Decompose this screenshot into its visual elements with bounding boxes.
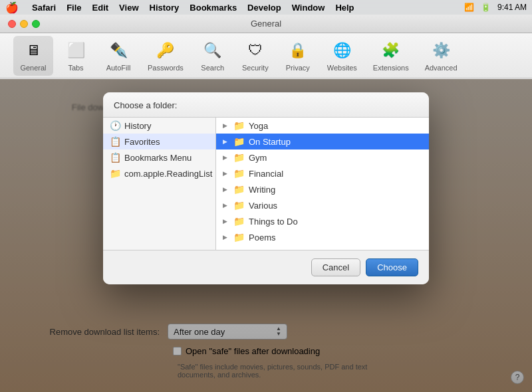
folder-on-startup[interactable]: ▶ 📁 On Startup	[216, 134, 429, 149]
toolbar-security-label: Security	[242, 64, 269, 72]
search-icon: 🔍	[202, 40, 223, 61]
writing-label: Writing	[249, 185, 275, 195]
apple-menu[interactable]: 🍎	[5, 1, 19, 14]
gym-chevron: ▶	[223, 154, 229, 161]
close-button[interactable]	[8, 20, 16, 28]
choose-button[interactable]: Choose	[366, 258, 418, 276]
toolbar-extensions[interactable]: 🧩 Extensions	[366, 36, 416, 76]
toolbar-tabs-label: Tabs	[68, 64, 83, 72]
choose-folder-dialog: Choose a folder: 🕐 History 📋 Favorites	[103, 92, 429, 284]
menu-bar-right: 📶 🔋 9:41 AM	[464, 3, 527, 12]
traffic-lights	[8, 20, 40, 28]
toolbar-general-label: General	[20, 64, 46, 72]
maximize-button[interactable]	[32, 20, 40, 28]
toolbar-websites[interactable]: 🌐 Websites	[321, 36, 364, 76]
financial-label: Financial	[249, 169, 283, 179]
dialog-header: Choose a folder:	[103, 92, 429, 118]
menu-history[interactable]: History	[150, 3, 180, 13]
favorites-label: Favorites	[124, 137, 160, 147]
wifi-icon: 📶	[464, 3, 474, 12]
folder-various[interactable]: ▶ 📁 Various	[216, 197, 429, 213]
browser-right-column: ▶ 📁 Yoga ▶ 📁 On Startup ▶ 📁 Gym	[216, 118, 429, 250]
privacy-icon: 🔒	[287, 40, 309, 61]
bookmarks-menu-icon: 📋	[110, 152, 120, 163]
menu-develop[interactable]: Develop	[247, 3, 281, 13]
menu-window[interactable]: Window	[292, 3, 325, 13]
yoga-label: Yoga	[249, 121, 268, 131]
reading-list-icon: 📁	[110, 168, 120, 179]
cancel-button[interactable]: Cancel	[311, 258, 360, 276]
browser-item-history[interactable]: 🕐 History	[103, 118, 215, 134]
yoga-folder-icon: 📁	[233, 120, 245, 131]
passwords-icon: 🔑	[155, 40, 176, 61]
toolbar-autofill[interactable]: ✒️ AutoFill	[98, 36, 138, 76]
toolbar-passwords-label: Passwords	[148, 64, 184, 72]
toolbar-tabs[interactable]: ⬜ Tabs	[56, 36, 96, 76]
gym-label: Gym	[249, 153, 267, 163]
toolbar-general[interactable]: 🖥 General	[13, 36, 53, 76]
financial-folder-icon: 📁	[233, 168, 245, 179]
toolbar-privacy[interactable]: 🔒 Privacy	[278, 36, 318, 76]
folder-gym[interactable]: ▶ 📁 Gym	[216, 149, 429, 165]
toolbar-advanced[interactable]: ⚙️ Advanced	[418, 36, 464, 76]
dialog-title: Choose a folder:	[114, 100, 418, 110]
extensions-icon: 🧩	[380, 40, 402, 61]
various-chevron: ▶	[223, 202, 229, 209]
browser-item-bookmarks-menu[interactable]: 📋 Bookmarks Menu	[103, 149, 215, 165]
various-folder-icon: 📁	[233, 200, 245, 211]
toolbar-advanced-label: Advanced	[425, 64, 458, 72]
poems-label: Poems	[249, 233, 275, 243]
browser-item-reading-list[interactable]: 📁 com.apple.ReadingList	[103, 165, 215, 181]
dialog-buttons: Cancel Choose	[103, 250, 429, 284]
poems-folder-icon: 📁	[233, 232, 245, 243]
yoga-chevron: ▶	[223, 122, 229, 129]
dialog-overlay: Choose a folder: 🕐 History 📋 Favorites	[0, 79, 532, 392]
advanced-icon: ⚙️	[430, 40, 452, 61]
on-startup-folder-icon: 📁	[233, 136, 245, 147]
folder-yoga[interactable]: ▶ 📁 Yoga	[216, 118, 429, 134]
toolbar-search[interactable]: 🔍 Search	[193, 36, 233, 76]
menu-edit[interactable]: Edit	[92, 3, 109, 13]
toolbar-passwords[interactable]: 🔑 Passwords	[141, 36, 190, 76]
toolbar-security[interactable]: 🛡 Security	[235, 36, 275, 76]
reading-list-label: com.apple.ReadingList	[124, 169, 212, 179]
folder-things-to-do[interactable]: ▶ 📁 Things to Do	[216, 213, 429, 229]
security-icon: 🛡	[245, 40, 266, 61]
clock: 9:41 AM	[497, 3, 527, 12]
things-to-do-chevron: ▶	[223, 218, 229, 225]
folder-financial[interactable]: ▶ 📁 Financial	[216, 165, 429, 181]
window-title-bar: General	[0, 15, 532, 33]
on-startup-label: On Startup	[249, 137, 291, 147]
poems-chevron: ▶	[223, 234, 229, 241]
writing-chevron: ▶	[223, 186, 229, 193]
history-icon: 🕐	[110, 120, 120, 131]
safari-window: General 🖥 General ⬜ Tabs ✒️ AutoFill 🔑 P…	[0, 15, 532, 392]
toolbar-privacy-label: Privacy	[286, 64, 310, 72]
browser-left-column: 🕐 History 📋 Favorites 📋 Bookmarks Menu	[103, 118, 216, 250]
autofill-icon: ✒️	[108, 40, 129, 61]
bookmarks-menu-label: Bookmarks Menu	[124, 153, 192, 163]
menu-view[interactable]: View	[119, 3, 138, 13]
content-area: File download location: Desktop ⌄ Choose…	[0, 79, 532, 392]
tabs-icon: ⬜	[65, 40, 86, 61]
toolbar-autofill-label: AutoFill	[106, 64, 131, 72]
menu-safari[interactable]: Safari	[32, 3, 56, 13]
menu-bookmarks[interactable]: Bookmarks	[190, 3, 237, 13]
folder-writing[interactable]: ▶ 📁 Writing	[216, 181, 429, 197]
menu-bar: 🍎 Safari File Edit View History Bookmark…	[0, 0, 532, 15]
financial-chevron: ▶	[223, 170, 229, 177]
minimize-button[interactable]	[20, 20, 28, 28]
toolbar-extensions-label: Extensions	[373, 64, 409, 72]
window-title: General	[251, 19, 281, 29]
folder-poems[interactable]: ▶ 📁 Poems	[216, 229, 429, 245]
on-startup-chevron: ▶	[223, 138, 229, 145]
menu-help[interactable]: Help	[335, 3, 354, 13]
favorites-icon: 📋	[110, 136, 120, 147]
writing-folder-icon: 📁	[233, 184, 245, 195]
things-to-do-folder-icon: 📁	[233, 216, 245, 227]
general-icon: 🖥	[23, 40, 44, 61]
toolbar-websites-label: Websites	[327, 64, 357, 72]
browser-item-favorites[interactable]: 📋 Favorites	[103, 134, 215, 149]
toolbar-search-label: Search	[201, 64, 224, 72]
menu-file[interactable]: File	[66, 3, 81, 13]
